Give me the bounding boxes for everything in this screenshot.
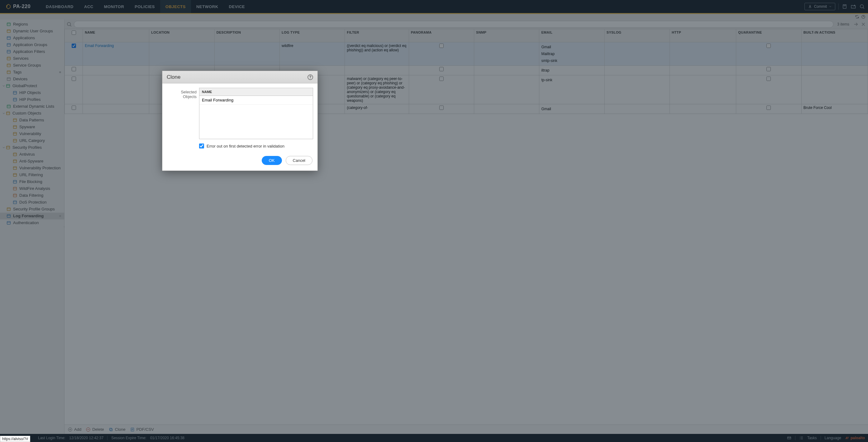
error-out-checkbox-row[interactable]: Error out on first detected error in val…	[199, 139, 284, 150]
error-out-label: Error out on first detected error in val…	[207, 144, 284, 148]
cancel-button[interactable]: Cancel	[286, 156, 312, 165]
selected-object-row[interactable]: Email Forwarding	[199, 96, 313, 105]
clone-dialog: Clone ? Selected Objects NAME Email Forw…	[162, 71, 318, 171]
error-out-checkbox[interactable]	[199, 143, 204, 148]
selected-objects-label: Selected Objects	[167, 88, 196, 139]
modal-overlay[interactable]	[0, 0, 868, 442]
dialog-footer: OK Cancel	[162, 152, 317, 171]
dialog-header[interactable]: Clone ?	[162, 71, 317, 83]
selected-objects-grid: NAME Email Forwarding	[199, 88, 313, 139]
ok-button[interactable]: OK	[262, 156, 282, 165]
dialog-body: Selected Objects NAME Email Forwarding E…	[162, 83, 317, 152]
dialog-help-icon[interactable]: ?	[308, 74, 313, 80]
url-hint: https://alviso/?#	[0, 436, 30, 442]
dialog-title: Clone	[167, 74, 180, 80]
selected-objects-header: NAME	[199, 88, 313, 96]
selected-objects-empty-area	[199, 105, 313, 139]
